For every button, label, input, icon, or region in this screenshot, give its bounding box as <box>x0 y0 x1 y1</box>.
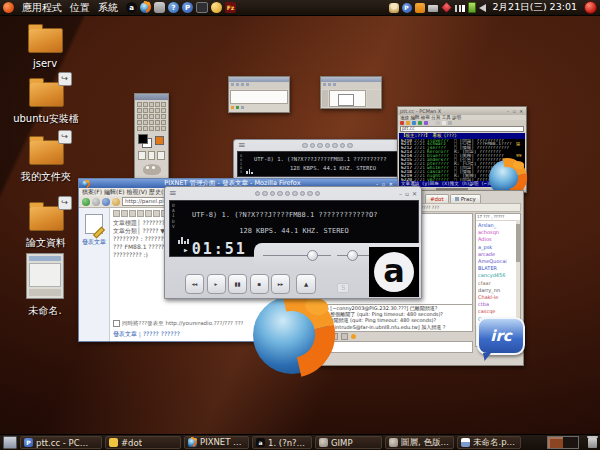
gimp-dialog-window[interactable] <box>320 76 382 109</box>
nick-item[interactable]: cascqe <box>478 308 518 315</box>
minimize-button[interactable]: – <box>399 190 402 197</box>
trash-applet[interactable] <box>588 438 597 448</box>
gimp-brush-selector[interactable] <box>135 151 168 160</box>
audacious-player-window[interactable]: ≡ –▫✕ OAIDV UTF-8) 1. (?N?X???J????FM88.… <box>164 186 422 299</box>
bbs-tool-6[interactable] <box>430 121 434 125</box>
balance-slider-knob[interactable] <box>347 250 358 261</box>
home-button[interactable] <box>112 198 120 206</box>
network-tray-icon[interactable] <box>455 5 465 12</box>
task-button-firefox-2[interactable]: PIXNET 管理… <box>184 436 249 449</box>
forward-button[interactable] <box>92 198 100 206</box>
menu-system[interactable]: 系統 <box>94 1 122 15</box>
bbs-tool-8[interactable] <box>442 121 446 125</box>
gimp-tool-13[interactable] <box>149 114 154 119</box>
foreground-color-swatch[interactable] <box>138 134 148 144</box>
gimp-color-swatches[interactable] <box>138 134 165 150</box>
reload-button[interactable] <box>102 198 110 206</box>
show-desktop-button[interactable] <box>3 436 17 449</box>
shuffle-button[interactable]: S <box>337 283 349 293</box>
bbs-titlebar[interactable]: ptt.cc - PCMan X – ▫ ✕ <box>398 107 526 115</box>
desktop-icon-5[interactable]: 未命名. <box>17 253 73 318</box>
logout-button[interactable] <box>584 1 597 14</box>
format-square-4[interactable] <box>341 333 348 340</box>
checkbox[interactable] <box>113 320 120 327</box>
gimp-tool-17[interactable] <box>143 120 148 125</box>
player-window-controls[interactable]: –▫✕ <box>399 190 417 197</box>
player-menu-grip[interactable]: ≡ <box>169 189 177 198</box>
terminal-launcher-icon[interactable] <box>196 2 208 13</box>
nick-item[interactable]: BLATER <box>478 265 518 272</box>
nautilus-launcher-icon[interactable] <box>154 2 165 13</box>
gimp-tool-24[interactable] <box>155 126 160 131</box>
tomboy-tray-icon[interactable] <box>415 3 425 13</box>
nick-item[interactable]: cancyd456 <box>478 272 518 279</box>
gimp-tool-15[interactable] <box>161 114 166 119</box>
gimp-tool-10[interactable] <box>161 108 166 113</box>
nick-item[interactable]: cfaar <box>478 280 518 287</box>
gimp-tool-11[interactable] <box>137 114 142 119</box>
small-utility-window[interactable] <box>228 76 290 113</box>
gimp-tool-4[interactable] <box>155 102 160 107</box>
player-menu-grip[interactable]: ≡ <box>238 141 246 150</box>
compose-post-label[interactable]: 發表文章 <box>82 238 106 247</box>
keyring-launcher-icon[interactable] <box>211 2 222 13</box>
small-window-toolbar[interactable] <box>229 82 289 89</box>
stop-button[interactable]: ▪ <box>250 274 269 294</box>
editor-button-3[interactable] <box>129 210 136 217</box>
nick-item[interactable]: arcade <box>478 251 518 258</box>
next-button[interactable]: ▸▸ <box>271 274 290 294</box>
bbs-tool-3[interactable] <box>412 121 416 125</box>
nick-item[interactable]: achosqn <box>478 229 518 236</box>
printer-tray-icon[interactable] <box>428 5 438 12</box>
irc-tab-dot[interactable]: #dot <box>425 194 449 203</box>
help-launcher-icon[interactable]: ? <box>168 2 179 13</box>
firefox-launcher-icon[interactable] <box>140 2 151 13</box>
nick-item[interactable]: a_psk <box>478 244 518 251</box>
task-button-image-6[interactable]: 未命名.png-… <box>457 436 521 449</box>
previous-button[interactable]: ◂◂ <box>185 274 204 294</box>
nick-item[interactable]: Chakl-le <box>478 294 518 301</box>
task-button-gimp-4[interactable]: GIMP <box>315 436 382 449</box>
volume-tray-icon[interactable] <box>479 4 486 12</box>
gimp-tool-14[interactable] <box>155 114 160 119</box>
workspace-1[interactable] <box>548 437 563 448</box>
desktop-icon-4[interactable]: ↪論文資料 <box>10 206 82 250</box>
irc-tab-pracy[interactable]: Pracy <box>450 194 481 203</box>
gimp-tool-7[interactable] <box>143 108 148 113</box>
bbs-tool-7[interactable] <box>436 121 440 125</box>
gimp-tool-21[interactable] <box>137 126 142 131</box>
update-tray-icon[interactable] <box>441 3 451 13</box>
task-button-audacious-3[interactable]: a1. (?n?x???… <box>252 436 312 449</box>
nick-item[interactable]: darry_nn <box>478 287 518 294</box>
gimp-tool-5[interactable] <box>161 102 166 107</box>
gimp-tool-grid[interactable] <box>135 100 168 133</box>
editor-button-6[interactable] <box>153 210 160 217</box>
gimp-tool-16[interactable] <box>137 120 142 125</box>
bbs-tool-2[interactable] <box>406 121 410 125</box>
nick-item[interactable]: ctba <box>478 301 518 308</box>
pause-button[interactable]: ▮▮ <box>228 274 247 294</box>
gimp-tool-18[interactable] <box>149 120 154 125</box>
gimp-tool-22[interactable] <box>143 126 148 131</box>
menu-applications[interactable]: 應用程式 <box>18 1 66 15</box>
editor-button-1[interactable] <box>113 210 120 217</box>
ubuntu-logo-icon[interactable] <box>3 2 14 13</box>
gimp-tool-12[interactable] <box>143 114 148 119</box>
menu-places[interactable]: 位置 <box>66 1 94 15</box>
close-button[interactable]: ✕ <box>412 190 417 197</box>
gimp-tool-9[interactable] <box>155 108 160 113</box>
task-button-pcman-0[interactable]: Pptt.cc - PC… <box>20 436 102 449</box>
desktop-icon-3[interactable]: ↪我的文件夾 <box>6 140 86 184</box>
clock-applet[interactable]: 2月21日(三) 23:01 <box>490 1 580 14</box>
gimp-dialog-toolbar[interactable] <box>321 82 381 89</box>
workspace-2[interactable] <box>563 437 578 448</box>
gimp-tool-3[interactable] <box>149 102 154 107</box>
desktop-icon-2[interactable]: ↪ubuntu安裝檔 <box>2 82 90 126</box>
workspace-switcher[interactable] <box>547 436 579 449</box>
desktop-icon-1[interactable]: jserv <box>17 28 73 69</box>
eject-button[interactable]: ▲ <box>296 274 316 294</box>
shade-button[interactable]: ▫ <box>405 190 409 197</box>
gimp-tool-2[interactable] <box>143 102 148 107</box>
gimp-tool-8[interactable] <box>149 108 154 113</box>
gimp-tool-19[interactable] <box>155 120 160 125</box>
